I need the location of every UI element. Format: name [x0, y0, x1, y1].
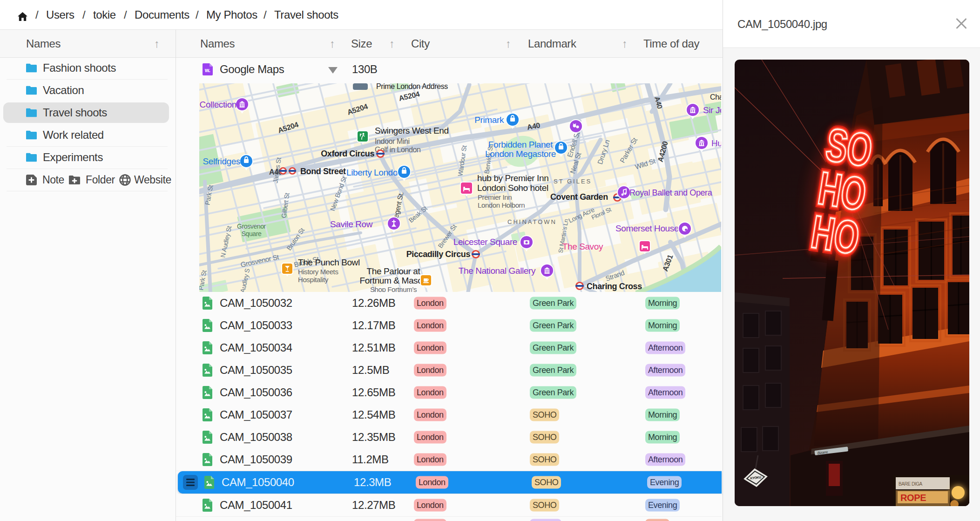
svg-text:Prime London Address: Prime London Address	[376, 83, 448, 90]
svg-text:Sir John: Sir John	[703, 105, 721, 115]
svg-text:Liberty London: Liberty London	[346, 168, 402, 177]
svg-text:Fortnum & Mason: Fortnum & Mason	[360, 276, 427, 285]
svg-text:History Meets: History Meets	[298, 268, 338, 276]
svg-text:Square: Square	[242, 230, 262, 237]
svg-text:Covent Garden: Covent Garden	[550, 192, 608, 202]
svg-text:Piccadilly Circus: Piccadilly Circus	[406, 250, 471, 259]
svg-text:Premier Inn: Premier Inn	[478, 193, 512, 201]
svg-text:London Soho hotel: London Soho hotel	[477, 183, 548, 193]
svg-text:The National Gallery: The National Gallery	[459, 266, 536, 276]
svg-text:The Savoy: The Savoy	[562, 242, 603, 251]
svg-text:Bond Street: Bond Street	[300, 167, 346, 176]
svg-text:Primark: Primark	[474, 115, 504, 125]
svg-text:Somerset House: Somerset House	[615, 223, 679, 233]
svg-text:CHINATOWN: CHINATOWN	[507, 218, 557, 225]
svg-text:Grosvenor: Grosvenor	[237, 223, 266, 230]
svg-text:Leicester Square: Leicester Square	[453, 237, 517, 247]
svg-text:ST GILES: ST GILES	[554, 178, 592, 185]
svg-text:London Megastore: London Megastore	[485, 149, 556, 159]
svg-text:London Holborn: London Holborn	[478, 201, 525, 209]
svg-text:ROPE: ROPE	[900, 493, 926, 503]
svg-text:HO: HO	[808, 206, 863, 264]
svg-text:Oxford Circus: Oxford Circus	[321, 149, 374, 158]
svg-text:Forbidden Planet: Forbidden Planet	[488, 140, 553, 149]
svg-text:Collection: Collection	[200, 100, 237, 109]
svg-text:The Punch Bowl: The Punch Bowl	[298, 257, 360, 267]
svg-text:Royal Ballet and Opera: Royal Ballet and Opera	[629, 188, 713, 197]
svg-text:Chan: Chan	[710, 93, 721, 101]
svg-text:Hospitality: Hospitality	[298, 276, 329, 284]
svg-text:Savile Row: Savile Row	[330, 219, 373, 229]
svg-text:Swingers West End: Swingers West End	[375, 126, 449, 135]
svg-text:Charing Cross: Charing Cross	[587, 282, 642, 291]
svg-text:The Parlour at: The Parlour at	[367, 266, 421, 276]
svg-text:Selfridges: Selfridges	[203, 156, 241, 166]
svg-text:Indoor Mini: Indoor Mini	[375, 137, 410, 145]
svg-text:BARE DIGA: BARE DIGA	[899, 481, 923, 487]
svg-text:w.: w.	[204, 67, 210, 74]
svg-text:Hu: Hu	[711, 138, 721, 148]
svg-text:hub by Premier Inn: hub by Premier Inn	[477, 173, 548, 183]
